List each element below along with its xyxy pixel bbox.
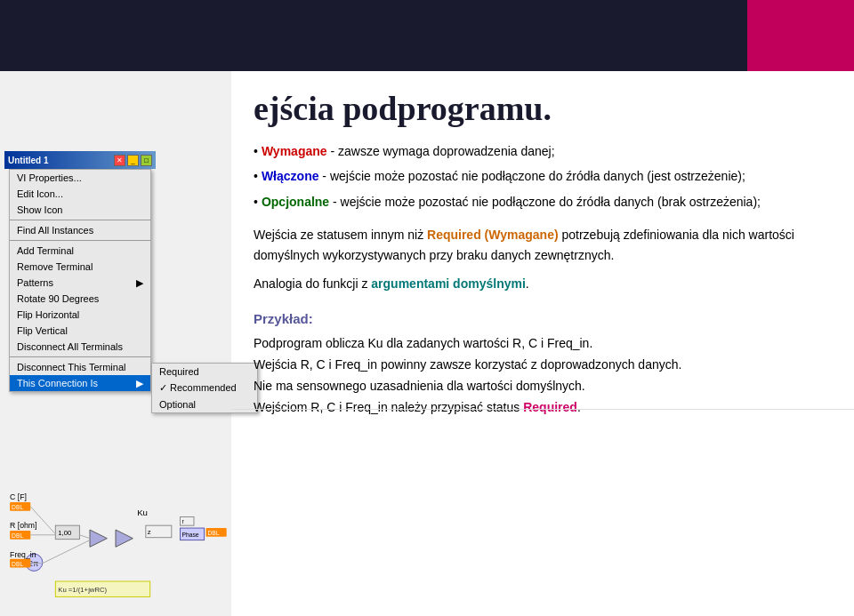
menu-item-vi-properties[interactable]: VI Properties...	[10, 170, 150, 186]
keyword-wymagane: Wymagane	[262, 144, 327, 158]
example-line-1: Podprogram oblicza Ku dla zadanych warto…	[254, 333, 832, 355]
example-section: Przykład: Podprogram oblicza Ku dla zada…	[254, 311, 832, 418]
svg-text:Ku: Ku	[137, 508, 148, 517]
bullet-item-3: • Opcjonalne - wejście może pozostać nie…	[254, 192, 832, 212]
menu-item-disconnect-this[interactable]: Disconnect This Terminal	[10, 359, 150, 375]
close-button[interactable]: ✕	[114, 155, 125, 166]
menu-item-flip-horizontal[interactable]: Flip Horizontal	[10, 307, 150, 323]
svg-line-17	[79, 535, 90, 539]
bullet-item-1: • Wymagane - zawsze wymaga doprowadzenia…	[254, 141, 832, 161]
menu-item-flip-vertical[interactable]: Flip Vertical	[10, 323, 150, 339]
menu-item-rotate[interactable]: Rotate 90 Degrees	[10, 291, 150, 307]
left-panel: Untitled 1 ✕ _ □ VI Properties... Edit I…	[0, 71, 231, 616]
maximize-button[interactable]: □	[141, 155, 152, 166]
bullet-dot-3: •	[254, 192, 258, 212]
window-titlebar: Untitled 1 ✕ _ □	[4, 151, 156, 169]
block-diagram: C [F] DBL R [ohm] DBL 1,00 2π Freq_in DB…	[4, 478, 227, 607]
accent-decoration	[747, 0, 854, 71]
bullet-item-2: • Włączone - wejście może pozostać nie p…	[254, 166, 832, 186]
minimize-button[interactable]: _	[127, 155, 139, 166]
svg-text:Freq_in: Freq_in	[10, 550, 36, 559]
svg-text:z: z	[148, 528, 151, 536]
menu-item-find-all[interactable]: Find All Instances	[10, 222, 150, 238]
svg-text:DBL: DBL	[12, 561, 23, 567]
bullet-dot-2: •	[254, 166, 258, 186]
top-bar	[0, 0, 854, 71]
main-content: ejścia podprogramu. • Wymagane - zawsze …	[231, 71, 854, 616]
body-paragraph-1: Wejścia ze statusem innym niż Required (…	[254, 225, 832, 265]
window-controls: ✕ _ □	[114, 155, 152, 166]
svg-text:DBL: DBL	[207, 530, 219, 536]
menu-item-add-terminal[interactable]: Add Terminal	[10, 243, 150, 259]
svg-line-19	[43, 540, 90, 564]
bullet-dot-1: •	[254, 141, 258, 161]
menu-item-edit-icon[interactable]: Edit Icon...	[10, 186, 150, 202]
keyword-opcjonalne: Opcjonalne	[262, 195, 329, 209]
menu-separator-3	[10, 356, 150, 357]
menu-item-show-icon[interactable]: Show Icon	[10, 202, 150, 218]
menu-separator-1	[10, 220, 150, 220]
keyword-argumentami: argumentami domyślnymi	[371, 276, 526, 291]
example-line-2: Wejścia R, C i Freq_in powinny zawsze ko…	[254, 355, 832, 376]
section-separator	[231, 409, 854, 410]
keyword-required-end: Required	[523, 400, 577, 414]
example-title: Przykład:	[254, 311, 832, 326]
keyword-required: Required (Wymagane)	[427, 228, 559, 242]
example-line-3: Nie ma sensownego uzasadnienia dla warto…	[254, 376, 832, 397]
menu-separator-2	[10, 240, 150, 241]
svg-text:C [F]: C [F]	[10, 492, 27, 501]
window-title: Untitled 1	[8, 156, 49, 165]
svg-text:Phase: Phase	[181, 532, 198, 538]
svg-text:R [ohm]: R [ohm]	[10, 521, 36, 530]
svg-marker-10	[90, 530, 107, 547]
menu-item-this-connection[interactable]: This Connection Is	[10, 375, 150, 391]
svg-marker-11	[116, 530, 133, 547]
bullet-keyword-1: Wymagane - zawsze wymaga doprowadzenia d…	[262, 141, 555, 161]
bullet-text-2: Włączone - wejście może pozostać nie pod…	[262, 166, 745, 186]
page-title: ejścia podprogramu.	[254, 89, 832, 128]
context-menu: VI Properties... Edit Icon... Show Icon …	[9, 169, 151, 392]
svg-text:r: r	[181, 518, 184, 524]
menu-item-disconnect-all[interactable]: Disconnect All Terminals	[10, 339, 150, 355]
menu-item-remove-terminal[interactable]: Remove Terminal	[10, 259, 150, 275]
bullet-list: • Wymagane - zawsze wymaga doprowadzenia…	[254, 141, 832, 212]
bullet-text-3: Opcjonalne - wejście może pozostać nie p…	[262, 192, 761, 212]
menu-item-patterns[interactable]: Patterns	[10, 275, 150, 291]
svg-text:DBL: DBL	[12, 504, 23, 510]
example-line-4: Wejściom R, C i Freq_in należy przypisać…	[254, 397, 832, 419]
svg-text:DBL: DBL	[12, 532, 23, 539]
body-paragraph-2: Analogia do funkcji z argumentami domyśl…	[254, 274, 832, 293]
svg-text:Ku =1/(1+jwRC): Ku =1/(1+jwRC)	[58, 586, 107, 594]
svg-text:1,00: 1,00	[58, 529, 71, 537]
keyword-wlaczone: Włączone	[262, 169, 319, 183]
